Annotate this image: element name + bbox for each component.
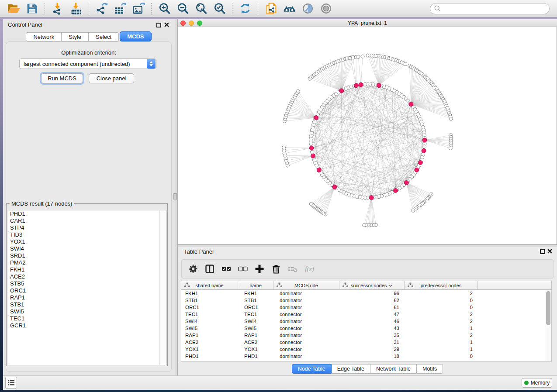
table-row[interactable]: SWI5SWI5connector431 bbox=[181, 325, 551, 332]
table-row[interactable]: PHD1PHD1dominator180 bbox=[181, 353, 551, 360]
mcds-hub-node[interactable] bbox=[409, 102, 413, 107]
import-table-button[interactable] bbox=[68, 1, 84, 16]
mcds-result-item[interactable]: PMA2 bbox=[7, 259, 166, 266]
mcds-hub-node[interactable] bbox=[415, 168, 419, 172]
run-mcds-button[interactable]: Run MCDS bbox=[41, 73, 83, 83]
control-panel-close-icon[interactable] bbox=[164, 22, 169, 27]
mcds-hub-node[interactable] bbox=[311, 154, 315, 158]
export-table-button[interactable] bbox=[112, 1, 128, 16]
mcds-result-item[interactable]: ACE2 bbox=[7, 273, 166, 280]
column-header-successor-nodes[interactable]: successor nodes bbox=[339, 281, 405, 289]
visibility-toggle-button[interactable] bbox=[299, 1, 316, 16]
deselect-all-checkboxes-button[interactable] bbox=[235, 261, 251, 277]
mcds-result-item[interactable]: TEC1 bbox=[7, 315, 166, 322]
satellite-node[interactable] bbox=[282, 146, 286, 149]
mcds-result-item[interactable]: RAP1 bbox=[7, 294, 166, 301]
table-scrollbar-thumb[interactable] bbox=[546, 291, 550, 325]
network-node[interactable] bbox=[309, 142, 313, 145]
mcds-result-item[interactable]: GCR1 bbox=[7, 322, 166, 329]
task-history-button[interactable] bbox=[5, 377, 17, 389]
birdseye-view-button[interactable] bbox=[318, 1, 334, 16]
table-row[interactable]: RAP1RAP1dominator352 bbox=[181, 332, 551, 339]
refresh-layout-button[interactable] bbox=[237, 1, 253, 16]
satellite-node[interactable] bbox=[449, 147, 452, 150]
satellite-node[interactable] bbox=[284, 154, 287, 157]
maximize-window-icon[interactable] bbox=[197, 21, 202, 26]
tab-mcds[interactable]: MCDS bbox=[120, 31, 151, 41]
mcds-hub-node[interactable] bbox=[418, 161, 422, 165]
close-window-icon[interactable] bbox=[180, 21, 186, 26]
network-node[interactable] bbox=[422, 145, 426, 148]
mcds-hub-node[interactable] bbox=[369, 196, 374, 200]
zoom-in-button[interactable] bbox=[156, 1, 173, 16]
table-row[interactable]: YOX1YOX1connector291 bbox=[181, 346, 551, 353]
table-row[interactable]: STB1STB1dominator620 bbox=[181, 297, 551, 304]
mcds-hub-node[interactable] bbox=[422, 138, 427, 142]
network-document-share-button[interactable] bbox=[263, 1, 279, 16]
mcds-hub-node[interactable] bbox=[359, 83, 363, 87]
tab-select[interactable]: Select bbox=[89, 32, 119, 41]
satellite-node[interactable] bbox=[363, 224, 366, 227]
satellite-node[interactable] bbox=[412, 209, 415, 212]
table-row[interactable]: ACE2ACE2connector311 bbox=[181, 339, 551, 346]
mcds-hub-node[interactable] bbox=[339, 89, 344, 93]
mcds-list-scrollbar[interactable] bbox=[159, 210, 166, 365]
mcds-result-item[interactable]: ORC1 bbox=[7, 287, 166, 294]
table-panel-float-icon[interactable] bbox=[540, 249, 545, 254]
satellite-node[interactable] bbox=[296, 89, 300, 93]
mcds-result-item[interactable]: STB1 bbox=[7, 301, 166, 308]
column-header-name[interactable]: name bbox=[238, 281, 273, 289]
tab-style[interactable]: Style bbox=[62, 32, 89, 41]
mcds-result-item[interactable]: SWI4 bbox=[7, 245, 166, 252]
search-input[interactable] bbox=[444, 6, 544, 12]
tab-motifs[interactable]: Motifs bbox=[417, 364, 443, 374]
delete-column-trash-button[interactable] bbox=[268, 261, 284, 277]
close-panel-button[interactable]: Close panel bbox=[89, 73, 134, 83]
zoom-selected-button[interactable] bbox=[211, 1, 228, 16]
mcds-hub-node[interactable] bbox=[332, 185, 337, 189]
minimize-window-icon[interactable] bbox=[189, 21, 194, 26]
export-image-button[interactable] bbox=[130, 1, 147, 16]
save-session-button[interactable] bbox=[24, 1, 40, 16]
satellite-node[interactable] bbox=[356, 55, 360, 58]
mcds-hub-node[interactable] bbox=[404, 180, 408, 185]
network-window-titlebar[interactable]: YPA_prune.txt_1 bbox=[178, 19, 557, 27]
mcds-hub-node[interactable] bbox=[317, 168, 321, 172]
import-network-button[interactable] bbox=[49, 1, 66, 16]
mcds-result-item[interactable]: YOX1 bbox=[7, 238, 166, 245]
column-header-MCDS-role[interactable]: MCDS role bbox=[273, 281, 339, 289]
mcds-result-item[interactable]: STB5 bbox=[7, 280, 166, 287]
show-column-button[interactable] bbox=[202, 261, 218, 277]
tab-network[interactable]: Network bbox=[26, 32, 62, 41]
mcds-hub-node[interactable] bbox=[422, 148, 426, 153]
table-settings-gear-button[interactable] bbox=[185, 261, 201, 277]
table-row[interactable]: ORC1ORC1dominator610 bbox=[181, 304, 551, 311]
mcds-result-item[interactable]: STP4 bbox=[7, 224, 166, 231]
satellite-node[interactable] bbox=[404, 62, 407, 66]
optimization-criterion-select[interactable]: largest connected component (undirected) bbox=[19, 58, 156, 69]
table-row[interactable]: FKH1FKH1dominator962 bbox=[181, 290, 551, 297]
mcds-result-item[interactable]: SRD1 bbox=[7, 252, 166, 259]
find-binoculars-button[interactable] bbox=[281, 1, 298, 16]
mcds-result-item[interactable]: TID3 bbox=[7, 231, 166, 238]
mcds-hub-node[interactable] bbox=[309, 146, 314, 150]
mcds-result-item[interactable]: FKH1 bbox=[7, 266, 166, 273]
tab-network-table[interactable]: Network Table bbox=[370, 364, 417, 374]
column-header-predecessor-nodes[interactable]: predecessor nodes bbox=[405, 281, 478, 289]
mcds-hub-node[interactable] bbox=[354, 83, 358, 88]
open-folder-button[interactable] bbox=[5, 1, 22, 16]
select-all-checkboxes-button[interactable] bbox=[218, 261, 234, 277]
memory-button[interactable]: Memory bbox=[522, 378, 552, 388]
mcds-hub-node[interactable] bbox=[393, 189, 398, 193]
export-network-button[interactable] bbox=[93, 1, 110, 16]
table-row[interactable]: TEC1TEC1connector472 bbox=[181, 311, 551, 318]
table-panel-close-icon[interactable] bbox=[547, 249, 552, 254]
vertical-splitter-handle[interactable] bbox=[173, 193, 177, 199]
table-row[interactable]: SWI4SWI4dominator462 bbox=[181, 318, 551, 325]
satellite-node[interactable] bbox=[449, 117, 453, 120]
column-header-shared-name[interactable]: shared name bbox=[181, 281, 238, 289]
add-column-button[interactable] bbox=[252, 261, 267, 277]
zoom-out-button[interactable] bbox=[174, 1, 191, 16]
control-panel-float-icon[interactable] bbox=[156, 23, 161, 28]
mcds-result-item[interactable]: SWI5 bbox=[7, 308, 166, 315]
